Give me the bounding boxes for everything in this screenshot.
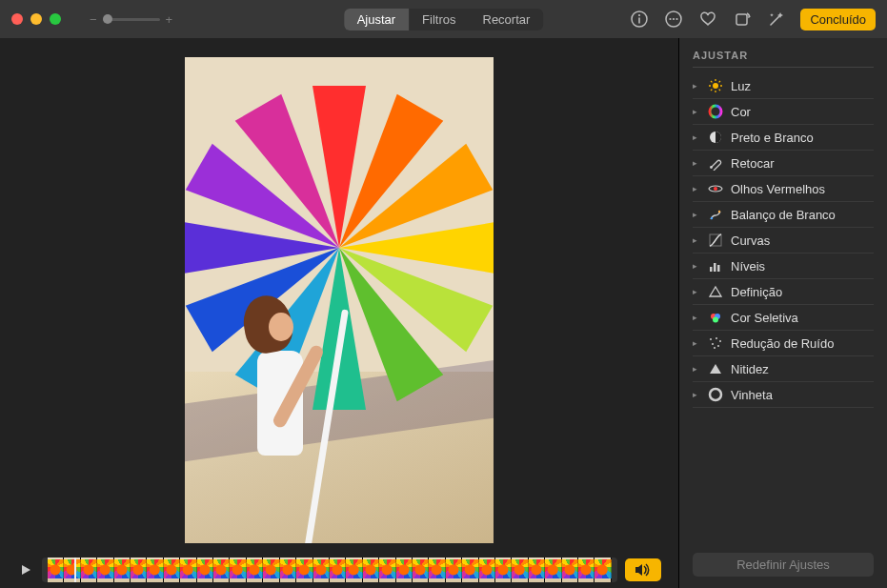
playhead[interactable] — [74, 558, 76, 582]
svg-point-2 — [638, 14, 640, 16]
timeline-frame[interactable] — [131, 558, 147, 582]
adjustment-label: Retocar — [731, 156, 775, 171]
fullscreen-window-button[interactable] — [50, 13, 61, 25]
definition-icon — [708, 284, 723, 299]
chevron-right-icon: ▸ — [693, 132, 700, 142]
adjustment-levels[interactable]: ▸Níveis — [693, 253, 874, 279]
timeline-frame[interactable] — [562, 558, 578, 582]
reset-adjustments-button[interactable]: Redefinir Ajustes — [693, 553, 874, 577]
timeline-frame[interactable] — [462, 558, 478, 582]
timeline-frame[interactable] — [64, 558, 80, 582]
svg-rect-1 — [639, 18, 641, 24]
adjustment-color[interactable]: ▸Cor — [693, 99, 874, 125]
chevron-right-icon: ▸ — [693, 390, 700, 399]
photo-preview[interactable] — [185, 57, 494, 543]
timeline-frame[interactable] — [446, 558, 462, 582]
adjustment-definition[interactable]: ▸Definição — [693, 279, 874, 305]
titlebar: − + Ajustar Filtros Recortar Concluído — [0, 0, 887, 38]
svg-line-13 — [711, 81, 712, 82]
timeline-frame[interactable] — [529, 558, 545, 582]
play-button[interactable] — [17, 561, 34, 578]
svg-point-4 — [670, 18, 672, 20]
svg-line-16 — [719, 81, 720, 82]
chevron-right-icon: ▸ — [693, 364, 700, 374]
info-icon[interactable] — [629, 9, 650, 30]
svg-rect-7 — [736, 14, 747, 25]
adjustment-noise[interactable]: ▸Redução de Ruído — [693, 331, 874, 356]
done-button[interactable]: Concluído — [800, 9, 876, 30]
svg-point-32 — [719, 340, 721, 342]
adjustment-vignette[interactable]: ▸Vinheta — [693, 382, 874, 408]
timeline-frame[interactable] — [230, 558, 246, 582]
vignette-icon — [708, 387, 723, 402]
close-window-button[interactable] — [11, 13, 23, 25]
timeline-frame[interactable] — [247, 558, 263, 582]
tab-crop[interactable]: Recortar — [470, 9, 544, 30]
retouch-icon — [708, 155, 723, 171]
timeline-frame[interactable] — [396, 558, 413, 582]
more-icon[interactable] — [663, 9, 684, 30]
adjustment-light[interactable]: ▸Luz — [693, 73, 874, 99]
tab-adjust[interactable]: Ajustar — [344, 9, 409, 30]
adjustment-retouch[interactable]: ▸Retocar — [693, 151, 874, 176]
svg-rect-26 — [717, 265, 720, 272]
favorite-icon[interactable] — [697, 9, 718, 30]
svg-line-15 — [711, 90, 712, 91]
timeline-frame[interactable] — [595, 558, 611, 582]
canvas-area — [0, 38, 678, 588]
timeline-frame[interactable] — [114, 558, 131, 582]
timeline-frame[interactable] — [81, 558, 97, 582]
adjustment-label: Níveis — [731, 259, 765, 274]
timeline-frame[interactable] — [97, 558, 113, 582]
timeline-frame[interactable] — [296, 558, 312, 582]
timeline-strip[interactable] — [42, 558, 617, 582]
zoom-slider[interactable]: − + — [90, 12, 172, 27]
timeline-frame[interactable] — [512, 558, 528, 582]
timeline-frame[interactable] — [330, 558, 346, 582]
rotate-icon[interactable] — [732, 9, 753, 30]
adjustment-whitebalance[interactable]: ▸Balanço de Branco — [693, 202, 874, 228]
redeye-icon — [708, 181, 723, 196]
svg-point-35 — [714, 347, 716, 349]
timeline-frame[interactable] — [495, 558, 512, 582]
adjustment-curves[interactable]: ▸Curvas — [693, 228, 874, 253]
timeline-frame[interactable] — [413, 558, 429, 582]
timeline-frame[interactable] — [197, 558, 213, 582]
timeline-frame[interactable] — [479, 558, 495, 582]
timeline-frame[interactable] — [578, 558, 595, 582]
timeline-frame[interactable] — [280, 558, 296, 582]
timeline-frame[interactable] — [346, 558, 362, 582]
adjustment-redeye[interactable]: ▸Olhos Vermelhos — [693, 176, 874, 202]
timeline-frame[interactable] — [180, 558, 196, 582]
timeline-frame[interactable] — [363, 558, 379, 582]
timeline-frame[interactable] — [429, 558, 445, 582]
timeline-frame[interactable] — [263, 558, 279, 582]
adjustment-label: Vinheta — [731, 388, 773, 402]
timeline-frame[interactable] — [213, 558, 230, 582]
adjustment-label: Redução de Ruído — [731, 336, 834, 351]
tab-filters[interactable]: Filtros — [409, 9, 469, 30]
minimize-window-button[interactable] — [30, 13, 42, 25]
audio-button[interactable] — [625, 558, 661, 581]
adjustment-bw[interactable]: ▸Preto e Branco — [693, 125, 874, 151]
zoom-thumb[interactable] — [103, 14, 112, 24]
timeline-frame[interactable] — [313, 558, 330, 582]
zoom-track[interactable] — [103, 18, 160, 21]
timeline-frame[interactable] — [164, 558, 180, 582]
adjustment-label: Luz — [731, 79, 751, 93]
adjustment-label: Definição — [731, 285, 782, 299]
auto-enhance-icon[interactable] — [766, 9, 787, 30]
adjustment-label: Preto e Branco — [731, 131, 814, 145]
svg-point-33 — [712, 343, 714, 345]
adjustment-selectivecolor[interactable]: ▸Cor Seletiva — [693, 305, 874, 331]
timeline-frame[interactable] — [48, 558, 64, 582]
adjustment-sharpen[interactable]: ▸Nitidez — [693, 356, 874, 382]
svg-point-31 — [716, 337, 717, 339]
timeline-frame[interactable] — [545, 558, 561, 582]
noise-icon — [708, 335, 723, 351]
window-controls — [11, 13, 61, 25]
timeline-frame[interactable] — [147, 558, 163, 582]
svg-point-8 — [713, 83, 718, 89]
svg-rect-24 — [710, 267, 713, 272]
timeline-frame[interactable] — [379, 558, 395, 582]
